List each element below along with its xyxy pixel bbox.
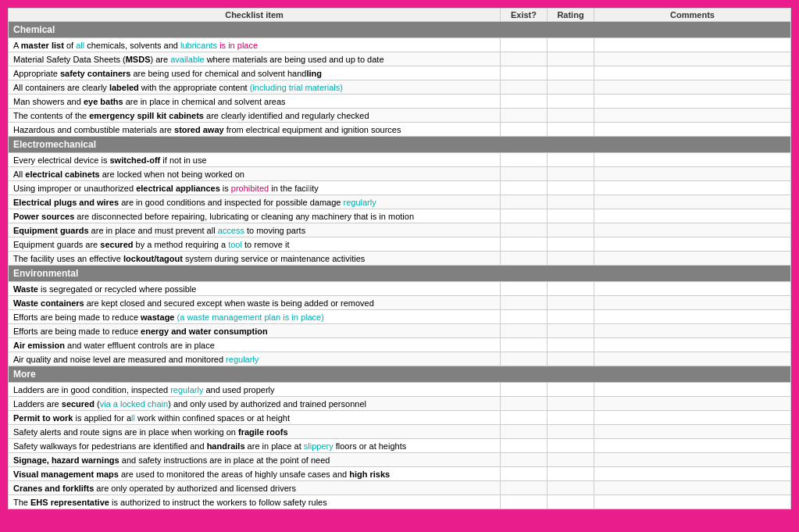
section-header-row: Chemical [9, 22, 791, 38]
row-exist-cell[interactable] [501, 282, 548, 296]
row-exist-cell[interactable] [501, 237, 548, 252]
row-rating-cell[interactable] [548, 352, 594, 366]
row-rating-cell[interactable] [548, 209, 594, 223]
row-comments-cell[interactable] [594, 296, 791, 310]
row-rating-cell[interactable] [548, 252, 594, 266]
row-rating-cell[interactable] [548, 467, 594, 481]
row-rating-cell[interactable] [548, 195, 594, 209]
row-comments-cell[interactable] [594, 209, 791, 223]
row-exist-cell[interactable] [501, 338, 548, 352]
row-rating-cell[interactable] [548, 80, 594, 95]
row-rating-cell[interactable] [548, 439, 594, 453]
row-comments-cell[interactable] [594, 153, 791, 167]
row-comments-cell[interactable] [594, 453, 791, 467]
section-title: Electromechanical [9, 137, 791, 153]
row-comments-cell[interactable] [594, 397, 791, 411]
row-rating-cell[interactable] [548, 167, 594, 181]
row-exist-cell[interactable] [501, 223, 548, 237]
row-rating-cell[interactable] [548, 324, 594, 338]
row-exist-cell[interactable] [501, 109, 548, 123]
row-rating-cell[interactable] [548, 310, 594, 324]
row-rating-cell[interactable] [548, 338, 594, 352]
row-exist-cell[interactable] [501, 123, 548, 137]
row-comments-cell[interactable] [594, 383, 791, 397]
row-comments-cell[interactable] [594, 95, 791, 109]
table-row: Every electrical device is switched-off … [9, 153, 791, 167]
row-comments-cell[interactable] [594, 411, 791, 425]
row-rating-cell[interactable] [548, 411, 594, 425]
row-comments-cell[interactable] [594, 439, 791, 453]
row-exist-cell[interactable] [501, 52, 548, 66]
row-exist-cell[interactable] [501, 209, 548, 223]
row-comments-cell[interactable] [594, 109, 791, 123]
row-rating-cell[interactable] [548, 95, 594, 109]
table-row: Permit to work is applied for all work w… [9, 411, 791, 425]
row-rating-cell[interactable] [548, 223, 594, 237]
row-comments-cell[interactable] [594, 338, 791, 352]
row-rating-cell[interactable] [548, 123, 594, 137]
row-exist-cell[interactable] [501, 296, 548, 310]
row-comments-cell[interactable] [594, 66, 791, 80]
row-exist-cell[interactable] [501, 80, 548, 95]
row-exist-cell[interactable] [501, 352, 548, 366]
row-exist-cell[interactable] [501, 95, 548, 109]
row-comments-cell[interactable] [594, 237, 791, 252]
row-rating-cell[interactable] [548, 109, 594, 123]
row-exist-cell[interactable] [501, 411, 548, 425]
row-rating-cell[interactable] [548, 237, 594, 252]
row-exist-cell[interactable] [501, 467, 548, 481]
row-rating-cell[interactable] [548, 296, 594, 310]
row-exist-cell[interactable] [501, 252, 548, 266]
row-comments-cell[interactable] [594, 252, 791, 266]
row-rating-cell[interactable] [548, 38, 594, 52]
row-comments-cell[interactable] [594, 80, 791, 95]
row-exist-cell[interactable] [501, 383, 548, 397]
row-exist-cell[interactable] [501, 425, 548, 439]
row-rating-cell[interactable] [548, 52, 594, 66]
row-rating-cell[interactable] [548, 383, 594, 397]
row-exist-cell[interactable] [501, 453, 548, 467]
row-exist-cell[interactable] [501, 495, 548, 509]
row-exist-cell[interactable] [501, 167, 548, 181]
row-exist-cell[interactable] [501, 181, 548, 195]
row-exist-cell[interactable] [501, 66, 548, 80]
row-rating-cell[interactable] [548, 495, 594, 509]
row-comments-cell[interactable] [594, 52, 791, 66]
row-comments-cell[interactable] [594, 181, 791, 195]
row-exist-cell[interactable] [501, 439, 548, 453]
row-comments-cell[interactable] [594, 167, 791, 181]
row-rating-cell[interactable] [548, 181, 594, 195]
section-header-row: More [9, 366, 791, 383]
table-row: Hazardous and combustible materials are … [9, 123, 791, 137]
row-exist-cell[interactable] [501, 195, 548, 209]
row-exist-cell[interactable] [501, 324, 548, 338]
row-comments-cell[interactable] [594, 310, 791, 324]
row-rating-cell[interactable] [548, 397, 594, 411]
row-rating-cell[interactable] [548, 481, 594, 495]
table-row: Waste containers are kept closed and sec… [9, 296, 791, 310]
row-rating-cell[interactable] [548, 153, 594, 167]
row-exist-cell[interactable] [501, 481, 548, 495]
row-exist-cell[interactable] [501, 38, 548, 52]
row-rating-cell[interactable] [548, 66, 594, 80]
row-comments-cell[interactable] [594, 38, 791, 52]
table-row: Visual management maps are used to monit… [9, 467, 791, 481]
row-comments-cell[interactable] [594, 195, 791, 209]
row-comments-cell[interactable] [594, 352, 791, 366]
row-comments-cell[interactable] [594, 223, 791, 237]
row-comments-cell[interactable] [594, 495, 791, 509]
row-comments-cell[interactable] [594, 282, 791, 296]
row-comments-cell[interactable] [594, 425, 791, 439]
row-rating-cell[interactable] [548, 425, 594, 439]
table-row: A master list of all chemicals, solvents… [9, 38, 791, 52]
row-comments-cell[interactable] [594, 467, 791, 481]
row-comments-cell[interactable] [594, 481, 791, 495]
row-exist-cell[interactable] [501, 153, 548, 167]
section-title: Chemical [9, 22, 791, 38]
row-rating-cell[interactable] [548, 453, 594, 467]
row-exist-cell[interactable] [501, 310, 548, 324]
row-comments-cell[interactable] [594, 324, 791, 338]
row-exist-cell[interactable] [501, 397, 548, 411]
row-rating-cell[interactable] [548, 282, 594, 296]
row-comments-cell[interactable] [594, 123, 791, 137]
